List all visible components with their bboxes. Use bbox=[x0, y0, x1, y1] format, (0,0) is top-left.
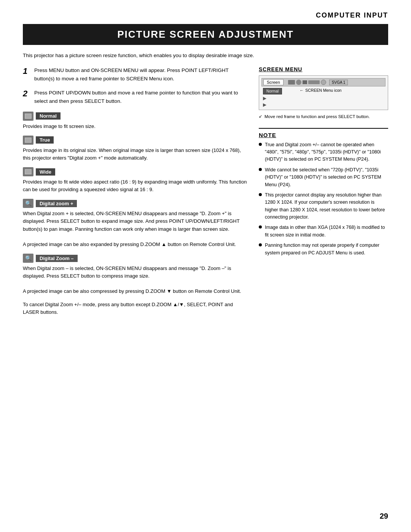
bullet-0 bbox=[259, 143, 262, 146]
step-2: 2 Press POINT UP/DOWN button and move a … bbox=[23, 89, 247, 105]
function-normal: Normal Provides image to fit screen size… bbox=[23, 112, 247, 130]
step-2-number: 2 bbox=[23, 89, 30, 105]
note-text-4: Panning function may not operate properl… bbox=[265, 242, 388, 257]
cancel-note: To cancel Digital Zoom +/– mode, press a… bbox=[23, 301, 247, 316]
true-label: True bbox=[36, 136, 54, 144]
normal-desc: Provides image to fit screen size. bbox=[23, 123, 247, 130]
function-true: True Provides image in its original size… bbox=[23, 136, 247, 162]
digital-zoom-minus-desc: When Digital zoom – is selected, ON-SCRE… bbox=[23, 265, 247, 296]
intro-text: This projector has a picture screen resi… bbox=[23, 52, 388, 59]
true-desc: Provides image in its original size. Whe… bbox=[23, 147, 247, 162]
bullet-3 bbox=[259, 225, 262, 228]
true-icon bbox=[23, 136, 33, 145]
function-digital-zoom-minus: 🔍 Digital Zoom – When Digital zoom – is … bbox=[23, 254, 247, 296]
page-title: PICTURE SCREEN ADJUSTMENT bbox=[23, 24, 388, 45]
note-item-2: This projector cannot display any resolu… bbox=[259, 192, 388, 221]
left-column: 1 Press MENU button and ON-SCREEN MENU w… bbox=[23, 66, 247, 316]
note-item-4: Panning function may not operate properl… bbox=[259, 242, 388, 257]
normal-icon bbox=[23, 112, 33, 121]
screen-menu-label: SCREEN MENU bbox=[259, 66, 388, 72]
screen-menu-item: Screen bbox=[263, 79, 284, 85]
digital-zoom-minus-icon: 🔍 bbox=[23, 254, 33, 263]
digital-zoom-minus-label: Digital Zoom – bbox=[36, 255, 78, 262]
step-1-number: 1 bbox=[23, 66, 30, 83]
page-number: 29 bbox=[380, 512, 388, 521]
note-text-1: Wide cannot be selected when "720p (HDTV… bbox=[265, 166, 388, 189]
step-1: 1 Press MENU button and ON-SCREEN MENU w… bbox=[23, 66, 247, 83]
diagram-annotations: ↙ Move red frame to function and press S… bbox=[259, 113, 388, 120]
step-2-text: Press POINT UP/DOWN button and move a re… bbox=[34, 89, 247, 105]
function-digital-zoom-plus: 🔍 Digital zoom + When Digital zoom + is … bbox=[23, 199, 247, 248]
note-item-0: True and Digital zoom +/– cannot be oper… bbox=[259, 141, 388, 163]
selected-normal-item: Normal bbox=[263, 88, 282, 94]
digital-zoom-plus-icon: 🔍 bbox=[23, 199, 33, 208]
section-header: COMPUTER INPUT bbox=[23, 11, 388, 19]
note-title: NOTE bbox=[259, 132, 388, 138]
note-section: NOTE True and Digital zoom +/– cannot be… bbox=[259, 128, 388, 257]
svg-rect-1 bbox=[25, 114, 31, 118]
note-item-1: Wide cannot be selected when "720p (HDTV… bbox=[259, 166, 388, 189]
right-column: SCREEN MENU Screen SV bbox=[259, 66, 388, 316]
screen-menu-annotation1: SCREEN Menu icon bbox=[305, 88, 341, 93]
svg-rect-5 bbox=[25, 170, 31, 174]
digital-zoom-plus-desc: When Digital zoom + is selected, ON-SCRE… bbox=[23, 210, 247, 248]
bullet-4 bbox=[259, 243, 262, 246]
screen-menu-svga-item: SVGA 1 bbox=[329, 80, 348, 85]
screen-menu-section: SCREEN MENU Screen SV bbox=[259, 66, 388, 120]
note-text-2: This projector cannot display any resolu… bbox=[265, 192, 388, 221]
note-text-0: True and Digital zoom +/– cannot be oper… bbox=[265, 141, 388, 163]
diagram-annotation2: Move red frame to function and press SEL… bbox=[264, 113, 370, 120]
step-1-text: Press MENU button and ON-SCREEN MENU wil… bbox=[34, 66, 247, 83]
bullet-2 bbox=[259, 193, 262, 196]
note-text-3: Image data in other than XGA (1024 x 768… bbox=[265, 224, 388, 239]
digital-zoom-plus-label: Digital zoom + bbox=[36, 200, 77, 207]
bullet-1 bbox=[259, 168, 262, 171]
wide-icon bbox=[23, 167, 33, 176]
normal-label: Normal bbox=[36, 112, 61, 120]
wide-label: Wide bbox=[36, 168, 55, 176]
wide-desc: Provides image to fit wide video aspect … bbox=[23, 178, 247, 193]
svg-rect-3 bbox=[25, 138, 31, 142]
function-wide: Wide Provides image to fit wide video as… bbox=[23, 167, 247, 193]
note-item-3: Image data in other than XGA (1024 x 768… bbox=[259, 224, 388, 239]
